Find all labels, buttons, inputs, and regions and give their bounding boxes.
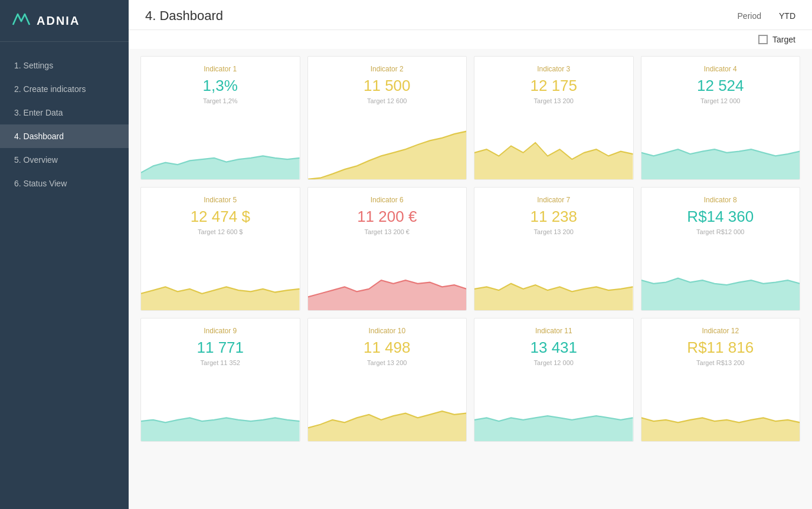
card-10[interactable]: Indicator 10 11 498 Target 13 200: [307, 318, 467, 442]
period-label: Period: [738, 11, 761, 21]
card-value: 11 200 €: [315, 208, 460, 226]
card-indicator-name: Indicator 9: [148, 327, 293, 335]
card-target: Target 13 200: [482, 228, 626, 235]
card-indicator-name: Indicator 12: [649, 327, 793, 335]
card-indicator-name: Indicator 4: [649, 65, 793, 73]
card-chart: [308, 375, 467, 441]
header: 4. Dashboard Period YTD: [129, 0, 812, 30]
svg-marker-7: [641, 278, 800, 310]
svg-marker-10: [474, 416, 633, 441]
card-chart: [141, 113, 300, 179]
card-chart: [474, 244, 633, 310]
card-1[interactable]: Indicator 1 1,3% Target 1,2%: [140, 56, 300, 180]
logo-icon: [12, 11, 31, 31]
card-info: Indicator 2 11 500 Target 12 600: [308, 57, 467, 113]
dashboard-grid: Indicator 1 1,3% Target 1,2% Indicator 2…: [129, 49, 812, 509]
svg-marker-3: [641, 149, 800, 179]
card-info: Indicator 10 11 498 Target 13 200: [308, 318, 467, 375]
main-content: 4. Dashboard Period YTD Target Indicator…: [129, 0, 812, 509]
page-title: 4. Dashboard: [145, 8, 223, 24]
card-chart: [641, 113, 800, 179]
header-right: Period YTD: [738, 11, 795, 21]
card-chart: [474, 375, 633, 441]
cards-grid: Indicator 1 1,3% Target 1,2% Indicator 2…: [140, 49, 800, 442]
sidebar-item-3[interactable]: 4. Dashboard: [0, 124, 129, 148]
card-indicator-name: Indicator 5: [148, 196, 293, 204]
card-info: Indicator 12 R$11 816 Target R$13 200: [641, 318, 800, 375]
card-value: 12 474 $: [148, 208, 293, 226]
sidebar-item-5[interactable]: 6. Status View: [0, 172, 129, 195]
card-value: 12 175: [482, 77, 626, 95]
logo-text: ADNIA: [37, 14, 80, 28]
card-value: R$11 816: [649, 339, 793, 357]
card-12[interactable]: Indicator 12 R$11 816 Target R$13 200: [641, 318, 801, 442]
card-target: Target 13 200: [315, 359, 460, 366]
svg-marker-9: [308, 411, 467, 441]
target-label: Target: [772, 35, 795, 44]
card-5[interactable]: Indicator 5 12 474 $ Target 12 600 $: [140, 187, 300, 311]
sidebar-item-0[interactable]: 1. Settings: [0, 54, 129, 77]
card-indicator-name: Indicator 11: [482, 327, 626, 335]
card-info: Indicator 1 1,3% Target 1,2%: [141, 57, 300, 113]
period-value: YTD: [779, 11, 795, 21]
svg-marker-2: [474, 143, 633, 179]
card-value: 11 498: [315, 339, 460, 357]
sidebar-item-1[interactable]: 2. Create indicators: [0, 77, 129, 101]
card-indicator-name: Indicator 1: [148, 65, 293, 73]
card-11[interactable]: Indicator 11 13 431 Target 12 000: [474, 318, 634, 442]
card-4[interactable]: Indicator 4 12 524 Target 12 000: [641, 56, 801, 180]
card-3[interactable]: Indicator 3 12 175 Target 13 200: [474, 56, 634, 180]
card-target: Target 12 000: [482, 359, 626, 366]
card-7[interactable]: Indicator 7 11 238 Target 13 200: [474, 187, 634, 311]
sidebar-nav: 1. Settings2. Create indicators3. Enter …: [0, 42, 129, 207]
card-indicator-name: Indicator 3: [482, 65, 626, 73]
svg-marker-5: [308, 280, 467, 310]
card-target: Target 13 200 €: [315, 228, 460, 235]
card-6[interactable]: Indicator 6 11 200 € Target 13 200 €: [307, 187, 467, 311]
card-target: Target R$13 200: [649, 359, 793, 366]
card-9[interactable]: Indicator 9 11 771 Target 11 352: [140, 318, 300, 442]
card-indicator-name: Indicator 8: [649, 196, 793, 204]
card-value: 11 500: [315, 77, 460, 95]
card-target: Target 11 352: [148, 359, 293, 366]
card-target: Target 1,2%: [148, 97, 293, 104]
card-info: Indicator 6 11 200 € Target 13 200 €: [308, 188, 467, 244]
card-chart: [141, 244, 300, 310]
card-indicator-name: Indicator 6: [315, 196, 460, 204]
card-value: 13 431: [482, 339, 626, 357]
card-chart: [308, 113, 467, 179]
card-value: 11 771: [148, 339, 293, 357]
svg-marker-8: [141, 418, 300, 441]
card-value: R$14 360: [649, 208, 793, 226]
card-target: Target 13 200: [482, 97, 626, 104]
card-chart: [141, 375, 300, 441]
card-info: Indicator 7 11 238 Target 13 200: [474, 188, 633, 244]
svg-marker-6: [474, 284, 633, 310]
card-chart: [641, 375, 800, 441]
card-chart: [308, 244, 467, 310]
card-2[interactable]: Indicator 2 11 500 Target 12 600: [307, 56, 467, 180]
target-bar: Target: [129, 30, 812, 49]
card-value: 1,3%: [148, 77, 293, 95]
target-checkbox[interactable]: [758, 35, 768, 44]
svg-marker-1: [308, 132, 467, 179]
card-target: Target 12 600 $: [148, 228, 293, 235]
sidebar: ADNIA 1. Settings2. Create indicators3. …: [0, 0, 129, 509]
card-value: 12 524: [649, 77, 793, 95]
card-info: Indicator 3 12 175 Target 13 200: [474, 57, 633, 113]
sidebar-item-4[interactable]: 5. Overview: [0, 148, 129, 172]
card-chart: [474, 113, 633, 179]
card-target: Target 12 600: [315, 97, 460, 104]
card-info: Indicator 8 R$14 360 Target R$12 000: [641, 188, 800, 244]
card-info: Indicator 9 11 771 Target 11 352: [141, 318, 300, 375]
card-info: Indicator 4 12 524 Target 12 000: [641, 57, 800, 113]
sidebar-item-2[interactable]: 3. Enter Data: [0, 101, 129, 124]
card-target: Target R$12 000: [649, 228, 793, 235]
card-indicator-name: Indicator 10: [315, 327, 460, 335]
card-value: 11 238: [482, 208, 626, 226]
card-indicator-name: Indicator 7: [482, 196, 626, 204]
card-indicator-name: Indicator 2: [315, 65, 460, 73]
card-8[interactable]: Indicator 8 R$14 360 Target R$12 000: [641, 187, 801, 311]
sidebar-logo: ADNIA: [0, 0, 129, 42]
svg-marker-4: [141, 287, 300, 310]
